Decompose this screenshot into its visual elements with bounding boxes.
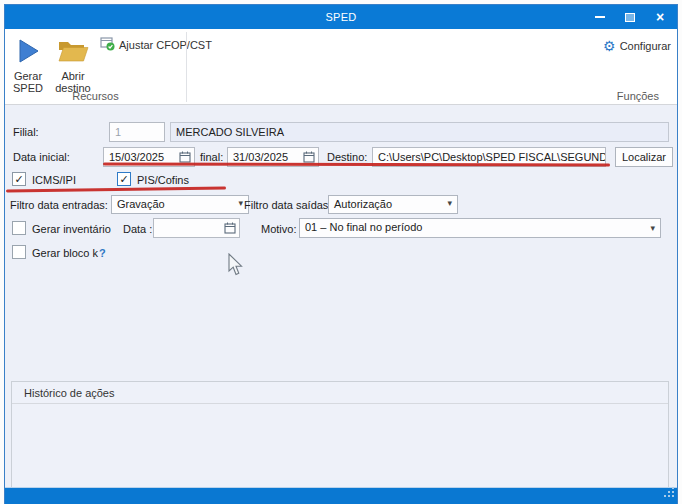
close-button[interactable]: × — [645, 5, 675, 29]
sped-window: SPED × Gerar SPED — [4, 4, 678, 504]
chevron-down-icon: ▾ — [650, 223, 655, 233]
filial-code-field[interactable]: 1 — [109, 122, 165, 142]
destino-label: Destino: — [327, 151, 367, 163]
ribbon: Gerar SPED Abrir destino — [5, 29, 677, 105]
titlebar[interactable]: SPED × — [5, 5, 677, 29]
abrir-destino-label-line1: Abrir — [49, 70, 97, 82]
open-folder-icon — [49, 37, 97, 65]
filtro-entradas-dropdown[interactable]: Gravação ▾ — [111, 195, 249, 214]
pis-label: PIS/Cofins — [137, 174, 189, 186]
gerar-inventario-label: Gerar inventário — [32, 223, 111, 235]
filial-name-field: MERCADO SILVEIRA — [170, 122, 669, 142]
data-inicial-label: Data inicial: — [13, 151, 70, 163]
window-title: SPED — [325, 11, 356, 23]
maximize-button[interactable] — [615, 5, 645, 29]
minimize-button[interactable] — [585, 5, 615, 29]
chevron-down-icon: ▾ — [238, 198, 243, 208]
historico-title: Histórico de ações — [12, 382, 668, 404]
data-final-label: final: — [200, 151, 223, 163]
maximize-icon — [625, 13, 635, 22]
calendar-icon[interactable] — [224, 222, 236, 236]
motivo-dropdown[interactable]: 01 – No final no período ▾ — [299, 218, 661, 238]
group-label-funcoes: Funções — [617, 90, 659, 102]
close-icon: × — [656, 10, 664, 24]
statusbar — [5, 487, 677, 504]
gerar-inventario-checkbox[interactable] — [12, 221, 26, 235]
abrir-destino-button[interactable]: Abrir destino — [49, 37, 97, 94]
gerar-sped-button[interactable]: Gerar SPED — [7, 37, 49, 94]
historico-panel: Histórico de ações — [11, 381, 669, 504]
filtro-saidas-label: Filtro data saídas: — [244, 199, 331, 211]
filtro-saidas-dropdown[interactable]: Autorização ▾ — [328, 195, 458, 214]
data-inventario-label: Data : — [123, 223, 152, 235]
gerar-bloco-k-label: Gerar bloco k — [32, 247, 98, 259]
ajustar-cfop-label: Ajustar CFOP/CST — [119, 39, 212, 51]
chevron-down-icon: ▾ — [447, 198, 452, 208]
ribbon-separator — [186, 32, 187, 102]
gerar-sped-label-line1: Gerar — [7, 70, 49, 82]
screen: SPED × Gerar SPED — [0, 0, 682, 504]
icms-label: ICMS/IPI — [32, 174, 76, 186]
filtro-entradas-label: Filtro data entradas: — [10, 199, 108, 211]
gear-icon: ⚙ — [603, 39, 616, 53]
data-inventario-field[interactable] — [153, 218, 240, 238]
minimize-icon — [595, 16, 605, 18]
ajustar-cfop-icon — [100, 37, 115, 53]
bloco-k-help-icon[interactable]: ? — [99, 247, 106, 259]
ajustar-cfop-button[interactable]: Ajustar CFOP/CST — [96, 35, 216, 55]
motivo-label: Motivo: — [261, 223, 296, 235]
configurar-label: Configurar — [620, 40, 671, 52]
mouse-cursor-icon — [228, 253, 244, 281]
pis-checkbox[interactable]: ✓ — [117, 172, 131, 186]
play-icon — [7, 37, 49, 65]
icms-checkbox[interactable]: ✓ — [12, 172, 26, 186]
gerar-bloco-k-checkbox[interactable] — [12, 245, 26, 259]
group-label-recursos: Recursos — [5, 90, 186, 102]
filial-label: Filial: — [13, 126, 39, 138]
configurar-button[interactable]: ⚙ Configurar — [603, 39, 671, 53]
localizar-button[interactable]: Localizar — [615, 147, 673, 167]
resize-grip-icon[interactable] — [662, 485, 675, 503]
window-controls: × — [585, 5, 675, 29]
